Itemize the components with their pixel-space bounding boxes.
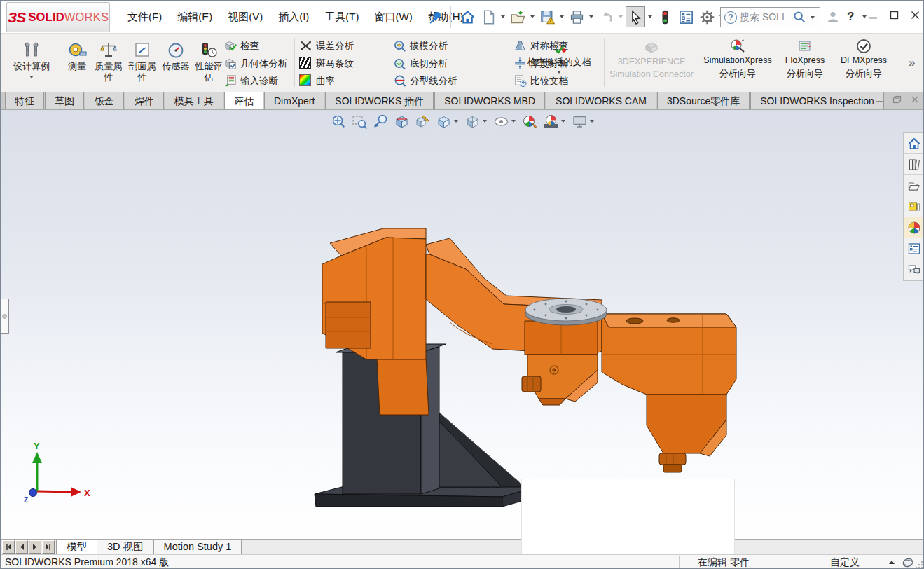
taskpane-home-button[interactable] bbox=[904, 133, 924, 154]
menu-file[interactable]: 文件(F) bbox=[121, 7, 168, 27]
display-style-button[interactable] bbox=[464, 114, 488, 130]
apply-scene-button[interactable] bbox=[543, 114, 567, 130]
properties-button[interactable] bbox=[676, 6, 696, 27]
simulationxpress-button[interactable]: SimulationXpress 分析向导 bbox=[697, 34, 778, 92]
search-input[interactable]: 搜索 SOLI bbox=[740, 11, 790, 24]
ribbon-close-icon[interactable] bbox=[911, 95, 919, 104]
search-box[interactable]: ? 搜索 SOLI bbox=[720, 7, 820, 27]
ribbon-minimize-icon[interactable] bbox=[875, 95, 883, 104]
tab-features[interactable]: 特征 bbox=[5, 92, 44, 109]
view-orientation-button[interactable] bbox=[436, 114, 460, 130]
maximize-button[interactable] bbox=[888, 9, 899, 20]
help-button[interactable]: ? bbox=[847, 10, 854, 24]
edit-appearance-button[interactable] bbox=[522, 114, 538, 130]
tab-sketch[interactable]: 草图 bbox=[45, 92, 84, 109]
sensor-button[interactable]: 传感器 bbox=[159, 34, 193, 92]
display-style-dropdown[interactable] bbox=[483, 120, 487, 123]
zoom-to-area-button[interactable] bbox=[352, 114, 368, 130]
view-orientation-dropdown[interactable] bbox=[454, 120, 458, 123]
ribbon-overflow-chevron[interactable]: » bbox=[909, 56, 915, 70]
tab-inspection[interactable]: SOLIDWORKS Inspection bbox=[750, 92, 884, 109]
measure-button[interactable]: 测量 bbox=[62, 34, 92, 92]
pin-menu-icon[interactable] bbox=[428, 10, 443, 25]
hide-show-items-dropdown[interactable] bbox=[511, 120, 516, 123]
resize-grip[interactable] bbox=[915, 561, 923, 569]
dfmxpress-button[interactable]: DFMXpress 分析向导 bbox=[832, 34, 896, 92]
taskpane-file-explorer-button[interactable] bbox=[904, 175, 924, 196]
select-tool-dropdown[interactable] bbox=[648, 15, 652, 18]
taskpane-design-library-button[interactable] bbox=[904, 154, 924, 175]
home-button[interactable] bbox=[457, 6, 477, 27]
search-dropdown[interactable] bbox=[811, 16, 815, 19]
taskpane-custom-properties-button[interactable] bbox=[904, 238, 924, 259]
menu-window[interactable]: 窗口(W) bbox=[368, 7, 418, 27]
apply-scene-dropdown[interactable] bbox=[561, 120, 565, 123]
section-view-button[interactable] bbox=[394, 114, 410, 130]
performance-evaluation-button[interactable]: 性能评估 bbox=[193, 34, 225, 92]
tab-dimxpert[interactable]: DimXpert bbox=[264, 92, 324, 109]
help-dropdown[interactable] bbox=[862, 15, 867, 18]
save-dropdown[interactable] bbox=[560, 15, 564, 18]
print-button[interactable] bbox=[567, 6, 586, 27]
custom-status-caret[interactable] bbox=[889, 561, 895, 564]
view-settings-dropdown[interactable] bbox=[590, 120, 594, 123]
tab-evaluate[interactable]: 评估 bbox=[224, 92, 263, 109]
check-active-document-dropdown[interactable] bbox=[557, 71, 561, 74]
mass-properties-button[interactable]: 质量属性 bbox=[92, 34, 125, 92]
curvature-button[interactable]: 曲率 bbox=[299, 72, 393, 90]
tab-mbd[interactable]: SOLIDWORKS MBD bbox=[434, 92, 545, 109]
undo-button[interactable] bbox=[596, 6, 616, 27]
taskpane-view-palette-button[interactable] bbox=[904, 196, 924, 217]
ribbon-float-icon[interactable] bbox=[892, 95, 902, 104]
menu-edit[interactable]: 编辑(E) bbox=[171, 7, 219, 27]
print-dropdown[interactable] bbox=[589, 15, 593, 18]
doc-tab-motion-study[interactable]: Motion Study 1 bbox=[154, 540, 242, 554]
tab-3dsource[interactable]: 3DSource零件库 bbox=[657, 92, 750, 109]
parting-line-analysis-button[interactable]: 分型线分析 bbox=[393, 72, 513, 90]
import-diagnostics-button[interactable]: 输入诊断 bbox=[223, 72, 288, 90]
new-document-button[interactable] bbox=[478, 6, 498, 27]
section-properties-button[interactable]: 剖面属性 bbox=[125, 34, 159, 92]
zoom-to-fit-button[interactable] bbox=[331, 114, 347, 130]
scroll-first-button[interactable] bbox=[2, 540, 15, 554]
solidworks-logo[interactable]: ЗS SOLIDWORKS bbox=[6, 2, 110, 32]
tab-cam[interactable]: SOLIDWORKS CAM bbox=[546, 92, 656, 109]
floxpress-button[interactable]: FloXpress 分析向导 bbox=[778, 34, 832, 92]
close-button[interactable] bbox=[909, 9, 920, 20]
previous-view-button[interactable] bbox=[373, 114, 389, 130]
design-study-button[interactable]: 设计算例 bbox=[5, 34, 58, 92]
doc-tab-3d-views[interactable]: 3D 视图 bbox=[97, 540, 154, 554]
tab-mold-tools[interactable]: 模具工具 bbox=[165, 92, 223, 109]
check-active-document-button[interactable]: 检查激活的文档 bbox=[517, 34, 601, 92]
new-document-dropdown[interactable] bbox=[501, 15, 505, 18]
custom-status-selector[interactable]: 自定义 bbox=[806, 556, 883, 569]
undo-dropdown[interactable] bbox=[619, 15, 623, 18]
save-button[interactable] bbox=[537, 6, 557, 27]
scroll-left-button[interactable] bbox=[15, 540, 28, 554]
rebuild-button[interactable] bbox=[655, 6, 675, 27]
open-button[interactable] bbox=[508, 6, 527, 27]
globe-icon[interactable] bbox=[902, 556, 914, 569]
scroll-last-button[interactable] bbox=[42, 540, 55, 554]
menu-tools[interactable]: 工具(T) bbox=[318, 7, 365, 27]
graphics-viewport[interactable]: Y X Z bbox=[1, 110, 924, 539]
hide-show-items-button[interactable] bbox=[493, 114, 517, 130]
draft-analysis-button[interactable]: 拔模分析 bbox=[393, 37, 513, 55]
search-icon[interactable] bbox=[793, 11, 806, 24]
user-icon[interactable] bbox=[826, 10, 840, 24]
tab-sheet-metal[interactable]: 钣金 bbox=[85, 92, 124, 109]
tab-weldments[interactable]: 焊件 bbox=[125, 92, 164, 109]
select-tool-button[interactable] bbox=[626, 6, 645, 27]
taskpane-appearances-button[interactable] bbox=[904, 217, 924, 238]
tab-addins[interactable]: SOLIDWORKS 插件 bbox=[325, 92, 434, 109]
undercut-analysis-button[interactable]: 底切分析 bbox=[393, 55, 513, 72]
geometry-analysis-button[interactable]: 几何体分析 bbox=[223, 55, 288, 72]
doc-tab-model[interactable]: 模型 bbox=[56, 540, 97, 554]
menu-insert[interactable]: 插入(I) bbox=[272, 7, 315, 27]
view-settings-button[interactable] bbox=[572, 114, 595, 130]
robot-model-3d[interactable]: Y X Z bbox=[1, 110, 924, 539]
check-button[interactable]: 检查 bbox=[223, 37, 288, 55]
minimize-button[interactable] bbox=[867, 9, 878, 20]
design-study-dropdown[interactable] bbox=[29, 76, 34, 78]
open-dropdown[interactable] bbox=[530, 15, 535, 18]
